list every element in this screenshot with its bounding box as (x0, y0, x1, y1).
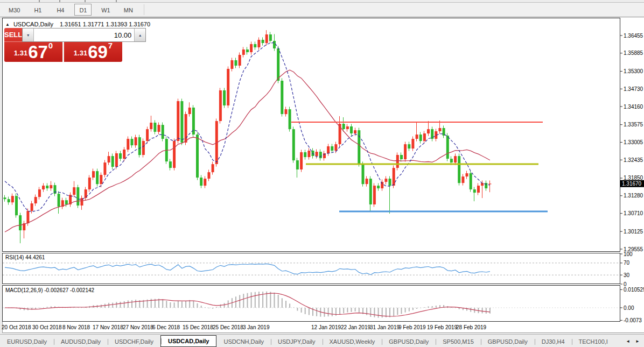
tab-usdchf-daily[interactable]: USDCHF,Daily (108, 336, 160, 347)
triangle-up-icon: ▲ (138, 33, 142, 37)
tab-audusd-daily[interactable]: AUDUSD,Daily (54, 336, 108, 347)
svg-text:19 Feb 2019: 19 Feb 2019 (427, 324, 458, 330)
svg-text:9 Feb 2019: 9 Feb 2019 (398, 324, 426, 330)
buy-price-main: 69 (88, 45, 108, 59)
one-click-trading-panel: SELL ▼ ▲ BUY 1.31670 1.31697 (4, 28, 122, 62)
current-price-tag: 1.31670 (620, 180, 644, 187)
collapse-panel-icon[interactable]: ▲ (5, 22, 10, 27)
triangle-down-icon: ▼ (26, 33, 30, 37)
svg-text:17 Nov 2018: 17 Nov 2018 (93, 324, 123, 330)
svg-text:-0.0073: -0.0073 (624, 317, 642, 323)
tab-usdcad-daily[interactable]: USDCAD,Daily (160, 335, 216, 347)
tab-scroll-right-icon[interactable]: ► (633, 339, 642, 344)
time-axis: 20 Oct 201830 Oct 20188 Nov 201817 Nov 2… (2, 324, 487, 330)
chart-ohlc-values: 1.31651 1.31771 1.31393 1.31670 (60, 21, 150, 27)
volume-stepper: ▼ ▲ (22, 28, 146, 42)
svg-text:1.34160: 1.34160 (624, 104, 643, 110)
buy-button[interactable]: BUY (146, 28, 160, 42)
tab-usdjpy-daily[interactable]: USDJPY,Daily (271, 336, 323, 347)
svg-text:RSI(14) 44.4261: RSI(14) 44.4261 (5, 254, 45, 260)
tab-tech100[interactable]: TECH100,I (572, 336, 615, 347)
sell-price-main: 67 (28, 45, 48, 59)
svg-text:6 Dec 2018: 6 Dec 2018 (152, 324, 180, 330)
svg-text:MACD(12,26,9) -0.002627 -0.002: MACD(12,26,9) -0.002627 -0.002142 (5, 287, 95, 293)
svg-text:0.010525: 0.010525 (624, 287, 644, 293)
tab-gbpusd-daily-2[interactable]: GBPUSD,Daily (481, 336, 535, 347)
tab-usdcnh-daily[interactable]: USDCNH,Daily (216, 336, 271, 347)
svg-text:31 Jan 2019: 31 Jan 2019 (370, 324, 400, 330)
svg-text:1.30710: 1.30710 (624, 210, 643, 216)
svg-text:0.00: 0.00 (624, 305, 634, 311)
svg-text:1.36455: 1.36455 (624, 33, 643, 39)
sell-price-prefix: 1.31 (14, 49, 27, 57)
sell-price-superscript: 0 (48, 41, 53, 50)
svg-text:1.31670: 1.31670 (622, 181, 642, 187)
svg-text:30: 30 (624, 272, 630, 278)
buy-price-prefix: 1.31 (74, 49, 87, 57)
svg-text:1.34730: 1.34730 (624, 86, 643, 92)
svg-text:3 Jan 2019: 3 Jan 2019 (243, 324, 270, 330)
tab-xauusd-weekly[interactable]: XAUUSD,Weekly (323, 336, 382, 347)
svg-text:27 Nov 2018: 27 Nov 2018 (123, 324, 153, 330)
svg-text:12 Jan 2019: 12 Jan 2019 (311, 324, 341, 330)
svg-text:1.31280: 1.31280 (624, 193, 643, 199)
svg-text:1.30125: 1.30125 (624, 229, 643, 235)
tab-gbpusd-daily[interactable]: GBPUSD,Daily (382, 336, 436, 347)
svg-text:1.33575: 1.33575 (624, 122, 643, 128)
svg-text:20 Oct 2018: 20 Oct 2018 (2, 324, 31, 330)
tab-dj30-h4[interactable]: DJ30,H4 (535, 336, 572, 347)
svg-text:28 Feb 2019: 28 Feb 2019 (456, 324, 487, 330)
tab-eurusd-daily[interactable]: EURUSD,Daily (0, 336, 54, 347)
svg-text:15 Dec 2018: 15 Dec 2018 (183, 324, 213, 330)
sell-price-display[interactable]: 1.31670 (4, 42, 64, 62)
svg-text:8 Nov 2018: 8 Nov 2018 (62, 324, 90, 330)
svg-text:100: 100 (624, 251, 633, 257)
buy-price-superscript: 7 (108, 41, 113, 50)
buy-price-display[interactable]: 1.31697 (64, 42, 122, 62)
svg-text:70: 70 (624, 260, 630, 266)
volume-input[interactable] (34, 29, 134, 41)
chart-symbol-title: USDCAD,Daily (13, 21, 53, 27)
svg-text:1.32435: 1.32435 (624, 157, 643, 163)
svg-text:1.35300: 1.35300 (624, 68, 643, 74)
tab-sp500-m15[interactable]: SP500,M15 (436, 336, 480, 347)
svg-text:30 Oct 2018: 30 Oct 2018 (32, 324, 62, 330)
svg-text:22 Jan 2019: 22 Jan 2019 (341, 324, 370, 330)
macd-label: MACD(12,26,9) -0.002627 -0.002142 (5, 287, 95, 293)
volume-decrease-button[interactable]: ▼ (23, 29, 34, 41)
svg-text:1.35885: 1.35885 (624, 50, 643, 56)
rsi-label: RSI(14) 44.4261 (5, 254, 45, 260)
chart-tabs-bar: EURUSD,Daily AUDUSD,Daily USDCHF,Daily U… (0, 334, 644, 347)
tab-scroll-left-icon[interactable]: ◄ (623, 339, 633, 344)
svg-text:25 Dec 2018: 25 Dec 2018 (213, 324, 243, 330)
chart-title-bar: ▲ USDCAD,Daily 1.31651 1.31771 1.31393 1… (5, 20, 150, 28)
sell-button[interactable]: SELL (4, 28, 22, 42)
tab-scroll-arrows: ◄ ► (623, 335, 642, 347)
volume-increase-button[interactable]: ▲ (134, 29, 145, 41)
svg-text:1.33005: 1.33005 (624, 139, 643, 145)
